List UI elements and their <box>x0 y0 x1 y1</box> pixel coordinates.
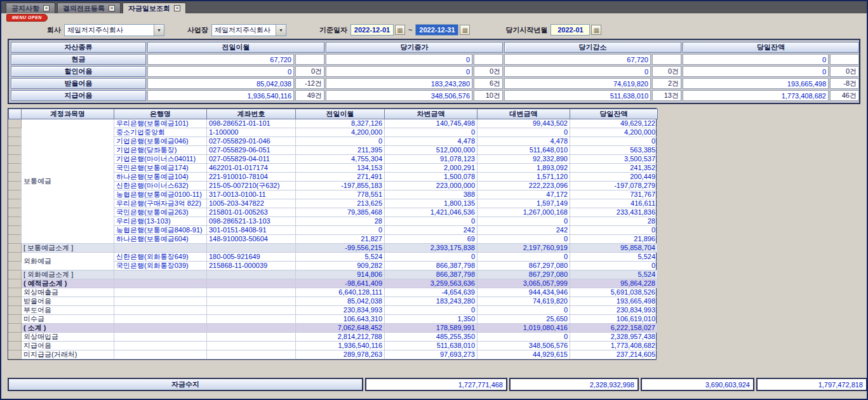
amount-cell[interactable]: 778,551 <box>296 190 385 199</box>
amount-cell[interactable]: 0 <box>570 262 658 270</box>
bank-name-cell[interactable]: 국민은행(보통예금263) <box>114 208 207 217</box>
account-name-cell[interactable]: ( 소계 ) <box>22 324 114 333</box>
row-selector[interactable] <box>9 119 22 128</box>
row-selector[interactable] <box>9 199 22 208</box>
bank-name-cell[interactable]: 국민은행(외화통장039) <box>114 262 207 270</box>
summary-row-label[interactable]: 현금 <box>11 54 146 65</box>
account-name-cell[interactable]: [ 외화예금소계 ] <box>22 270 114 279</box>
account-number-cell[interactable] <box>207 350 296 359</box>
amount-cell[interactable]: 4,478 <box>385 137 477 146</box>
bank-name-cell[interactable]: 중소기업중앙회 <box>114 128 207 137</box>
amount-cell[interactable]: 92,332,890 <box>477 155 570 164</box>
amount-cell[interactable]: 3,259,563,636 <box>385 279 477 288</box>
tab-notice[interactable]: 공지사항× <box>6 3 55 13</box>
amount-cell[interactable]: 193,665,498 <box>570 297 658 306</box>
detail-header-cell[interactable]: 전일이월 <box>296 109 385 119</box>
amount-cell[interactable]: 5,524 <box>570 270 658 279</box>
amount-cell[interactable]: 5,524 <box>296 253 385 262</box>
amount-cell[interactable]: 1,936,540,116 <box>296 342 385 350</box>
tab-journal-entry[interactable]: 결의전표등록× <box>57 3 121 13</box>
amount-cell[interactable]: 416,611 <box>570 199 658 208</box>
site-select[interactable]: 제일저지주식회사 ▼ <box>211 24 286 36</box>
account-number-cell[interactable]: 221-910010-78104 <box>207 173 296 182</box>
amount-cell[interactable]: 242 <box>385 226 477 235</box>
amount-cell[interactable]: 106,643,310 <box>296 315 385 324</box>
account-number-cell[interactable] <box>207 315 296 324</box>
row-selector[interactable] <box>9 297 22 306</box>
row-selector[interactable] <box>9 164 22 173</box>
amount-cell[interactable]: 0 <box>570 226 658 235</box>
bank-name-cell[interactable]: 우리은행(보통예금101) <box>114 119 207 128</box>
amount-cell[interactable]: 511,648,010 <box>477 146 570 155</box>
amount-cell[interactable]: 0 <box>477 235 570 244</box>
amount-cell[interactable]: 47,172 <box>477 190 570 199</box>
tab-close-icon[interactable]: × <box>43 5 50 11</box>
account-number-cell[interactable] <box>207 244 296 253</box>
row-selector[interactable] <box>9 253 22 262</box>
amount-cell[interactable]: 866,387,798 <box>385 270 477 279</box>
amount-cell[interactable]: 2,197,760,919 <box>477 244 570 253</box>
amount-cell[interactable]: 183,243,280 <box>385 297 477 306</box>
amount-cell[interactable]: 289,978,263 <box>296 350 385 359</box>
amount-cell[interactable]: 0 <box>385 128 477 137</box>
amount-cell[interactable]: 0 <box>385 306 477 315</box>
amount-cell[interactable]: -98,641,409 <box>296 279 385 288</box>
detail-header-cell[interactable]: 계정과목명 <box>22 109 114 119</box>
amount-cell[interactable]: 2,000,291 <box>385 164 477 173</box>
amount-cell[interactable]: 0 <box>296 226 385 235</box>
row-selector[interactable] <box>9 350 22 359</box>
amount-cell[interactable]: 237,214,605 <box>570 350 658 359</box>
amount-cell[interactable]: 106,619,010 <box>570 315 658 324</box>
row-selector[interactable] <box>9 262 22 270</box>
account-number-cell[interactable] <box>207 324 296 333</box>
account-group-cell[interactable]: 보통예금 <box>22 119 114 244</box>
amount-cell[interactable]: 49,629,122 <box>570 119 658 128</box>
bank-name-cell[interactable] <box>114 315 207 324</box>
amount-cell[interactable]: 178,589,991 <box>385 324 477 333</box>
amount-cell[interactable]: 0 <box>385 253 477 262</box>
account-number-cell[interactable]: 027-055829-04-011 <box>207 155 296 164</box>
row-selector[interactable] <box>9 208 22 217</box>
amount-cell[interactable]: 211,395 <box>296 146 385 155</box>
row-selector[interactable] <box>9 235 22 244</box>
amount-cell[interactable]: 866,387,798 <box>385 262 477 270</box>
summary-header-cell[interactable]: 당기감소 <box>504 42 681 53</box>
row-selector[interactable] <box>9 315 22 324</box>
row-selector[interactable] <box>9 173 22 182</box>
amount-cell[interactable]: 2,393,175,838 <box>385 244 477 253</box>
amount-cell[interactable]: 1,019,080,416 <box>477 324 570 333</box>
account-number-cell[interactable]: 317-0013-0100-11 <box>207 190 296 199</box>
row-selector[interactable] <box>9 190 22 199</box>
period-start-input[interactable]: 2022-01 <box>551 24 590 36</box>
amount-cell[interactable]: 28 <box>570 217 658 226</box>
tab-close-icon[interactable]: × <box>174 5 180 11</box>
amount-cell[interactable]: 2,328,957,438 <box>570 333 658 342</box>
amount-cell[interactable]: 2,814,212,788 <box>296 333 385 342</box>
amount-cell[interactable]: 44,929,615 <box>477 350 570 359</box>
amount-cell[interactable]: 230,834,993 <box>296 306 385 315</box>
account-name-cell[interactable]: 외상매입금 <box>22 333 114 342</box>
summary-header-cell[interactable]: 자산종류 <box>11 42 146 53</box>
amount-cell[interactable]: 233,431,836 <box>570 208 658 217</box>
amount-cell[interactable]: 271,491 <box>296 173 385 182</box>
amount-cell[interactable]: 74,619,820 <box>477 297 570 306</box>
account-number-cell[interactable]: 215868-11-000039 <box>207 262 296 270</box>
bank-name-cell[interactable]: 농협은행(보통예금0100-11) <box>114 190 207 199</box>
row-selector[interactable] <box>9 279 22 288</box>
amount-cell[interactable]: 140,745,498 <box>385 119 477 128</box>
chevron-down-icon[interactable]: ▼ <box>276 25 286 36</box>
amount-cell[interactable]: 867,297,080 <box>477 262 570 270</box>
date-to-input[interactable]: 2022-12-31 <box>415 24 458 36</box>
account-number-cell[interactable]: 1-100000 <box>207 128 296 137</box>
amount-cell[interactable]: 6,640,128,111 <box>296 288 385 297</box>
row-selector[interactable] <box>9 333 22 342</box>
bank-name-cell[interactable]: 기업은행(보통예금046) <box>114 137 207 146</box>
account-name-cell[interactable]: [ 보통예금소계 ] <box>22 244 114 253</box>
amount-cell[interactable]: -197,078,279 <box>570 182 658 190</box>
amount-cell[interactable]: 914,806 <box>296 270 385 279</box>
amount-cell[interactable]: 1,773,408,682 <box>570 342 658 350</box>
amount-cell[interactable]: 1,500,078 <box>385 173 477 182</box>
company-select[interactable]: 제일저지주식회사 ▼ <box>64 24 164 36</box>
tab-close-icon[interactable]: × <box>109 5 115 11</box>
amount-cell[interactable]: 4,200,000 <box>570 128 658 137</box>
